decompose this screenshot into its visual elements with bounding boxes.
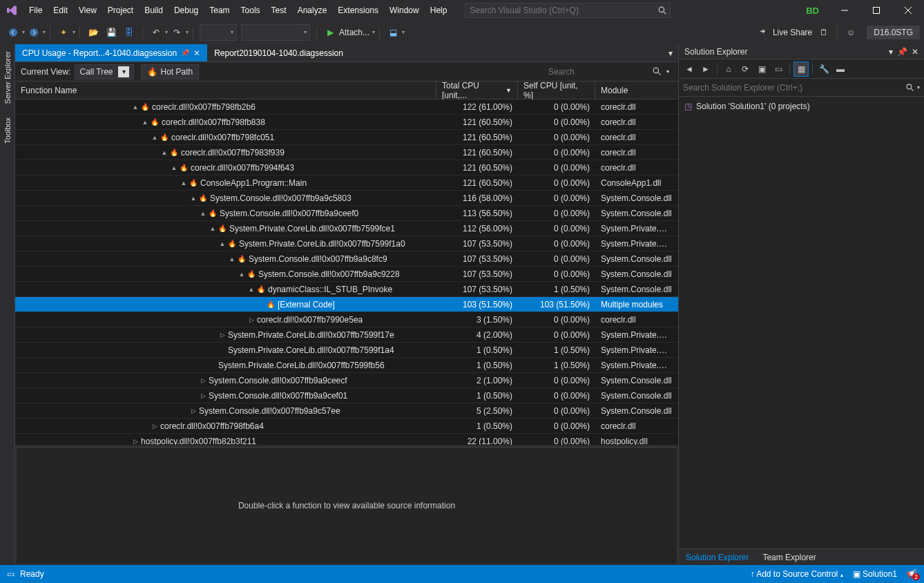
- menu-analyze[interactable]: Analyze: [292, 0, 333, 21]
- expand-icon[interactable]: ▷: [199, 392, 207, 399]
- search-icon[interactable]: [652, 67, 662, 76]
- menu-extensions[interactable]: Extensions: [332, 0, 384, 21]
- expand-icon[interactable]: ▲: [160, 149, 169, 156]
- feedback-icon[interactable]: 🗒: [816, 25, 831, 40]
- call-tree-row[interactable]: ▷hostpolicy.dll!0x007ffb82b3f21122 (11.0…: [15, 434, 678, 445]
- expand-icon[interactable]: ▲: [199, 210, 207, 217]
- redo-button[interactable]: ↷: [169, 25, 184, 40]
- expand-icon[interactable]: ▲: [209, 225, 217, 232]
- expand-icon[interactable]: ▷: [199, 377, 207, 384]
- notifications-button[interactable]: 📢 2: [907, 569, 917, 579]
- se-back-button[interactable]: ◄: [682, 61, 697, 77]
- tab-cpu-usage[interactable]: CPU Usage - Report...4-1040.diagsession …: [15, 44, 207, 61]
- call-tree-row[interactable]: ▷System.Private.CoreLib.dll!0x007ffb7599…: [15, 327, 678, 343]
- search-dropdown-icon[interactable]: ▾: [662, 68, 673, 75]
- current-view-dropdown[interactable]: Call Tree ▾: [75, 64, 134, 79]
- save-all-button[interactable]: 🗄: [122, 25, 137, 40]
- solution-node[interactable]: ◳ Solution 'Solution1' (0 projects): [684, 99, 918, 113]
- call-tree-row[interactable]: ▷System.Console.dll!0x007ffb9a9cef011 (0…: [15, 388, 678, 403]
- call-tree-row[interactable]: ▲🔥System.Console.dll!0x007ffb9a9ceef0113…: [15, 206, 678, 221]
- solution-status[interactable]: ▣ Solution1: [853, 569, 897, 579]
- call-tree-row[interactable]: ▲🔥coreclr.dll!0x007ffb7994f643121 (60.50…: [15, 160, 678, 175]
- nav-back-button[interactable]: [6, 25, 21, 40]
- expand-icon[interactable]: ▷: [247, 316, 256, 323]
- feedback-smile-icon[interactable]: ☺: [843, 25, 858, 40]
- search-icon[interactable]: [655, 6, 670, 15]
- function-search[interactable]: ▾: [548, 64, 673, 79]
- save-button[interactable]: 💾: [104, 25, 119, 40]
- live-share-label[interactable]: Live Share: [773, 28, 812, 37]
- panel-menu-icon[interactable]: ▾: [889, 47, 893, 57]
- menu-tools[interactable]: Tools: [235, 0, 266, 21]
- search-dropdown-icon[interactable]: ▾: [917, 84, 920, 90]
- user-badge[interactable]: BD: [796, 6, 829, 16]
- call-tree-row[interactable]: ▲🔥coreclr.dll!0x007ffb7983f939121 (60.50…: [15, 145, 678, 160]
- menu-file[interactable]: File: [23, 0, 48, 21]
- expand-icon[interactable]: ▲: [131, 104, 139, 111]
- toolbox-tab[interactable]: Toolbox: [3, 117, 12, 144]
- call-tree-row[interactable]: 🔥[External Code]103 (51.50%)103 (51.50%)…: [15, 297, 678, 312]
- undo-button[interactable]: ↶: [148, 25, 164, 40]
- quick-launch-input[interactable]: [465, 6, 655, 15]
- se-forward-button[interactable]: ►: [698, 61, 713, 77]
- expand-icon[interactable]: ▷: [151, 423, 159, 430]
- call-tree-row[interactable]: ▲🔥System.Private.CoreLib.dll!0x007ffb759…: [15, 221, 678, 236]
- close-icon[interactable]: ✕: [193, 48, 200, 58]
- call-tree-row[interactable]: ▲🔥coreclr.dll!0x007ffb798fc051121 (60.50…: [15, 130, 678, 145]
- se-search-input[interactable]: [683, 83, 906, 93]
- call-tree-row[interactable]: System.Private.CoreLib.dll!0x007ffb7599f…: [15, 343, 678, 358]
- menu-edit[interactable]: Edit: [48, 0, 73, 21]
- se-collapse-button[interactable]: ▭: [771, 61, 786, 77]
- col-total-cpu[interactable]: Total CPU [unit,...▼: [436, 82, 518, 99]
- expand-icon[interactable]: ▲: [247, 286, 256, 293]
- menu-debug[interactable]: Debug: [169, 0, 204, 21]
- se-home-button[interactable]: ⌂: [721, 61, 736, 77]
- expand-icon[interactable]: ▷: [131, 438, 139, 445]
- col-self-cpu[interactable]: Self CPU [unit, %]: [518, 82, 595, 99]
- start-debug-button[interactable]: ▶: [323, 25, 338, 40]
- col-function-name[interactable]: Function Name: [15, 82, 436, 99]
- expand-icon[interactable]: ▲: [228, 256, 236, 262]
- menu-project[interactable]: Project: [102, 0, 139, 21]
- add-source-control[interactable]: ↑ Add to Source Control ▴: [751, 569, 843, 579]
- panel-close-icon[interactable]: ✕: [912, 47, 918, 57]
- call-tree-row[interactable]: ▷System.Console.dll!0x007ffb9a9c57ee5 (2…: [15, 403, 678, 419]
- expand-icon[interactable]: ▲: [151, 134, 159, 141]
- server-explorer-tab[interactable]: Server Explorer: [3, 51, 12, 104]
- call-tree-row[interactable]: ▲🔥System.Console.dll!0x007ffb9a9c5803116…: [15, 191, 678, 206]
- call-tree-row[interactable]: ▲🔥System.Console.dll!0x007ffb9a9c8fc9107…: [15, 251, 678, 267]
- menu-view[interactable]: View: [73, 0, 102, 21]
- close-button[interactable]: [892, 0, 924, 21]
- menu-window[interactable]: Window: [384, 0, 425, 21]
- live-share-icon[interactable]: [753, 25, 769, 40]
- call-tree-row[interactable]: ▷System.Console.dll!0x007ffb9a9ceecf2 (1…: [15, 373, 678, 388]
- open-button[interactable]: 📂: [86, 25, 101, 40]
- solution-explorer-search[interactable]: ▾: [679, 79, 924, 97]
- call-tree-row[interactable]: ▲🔥coreclr.dll!0x007ffb798fb838121 (60.50…: [15, 115, 678, 130]
- expand-icon[interactable]: ▷: [218, 332, 227, 338]
- call-tree-row[interactable]: ▲🔥dynamicClass::IL_STUB_PInvoke107 (53.5…: [15, 282, 678, 297]
- se-filter-button[interactable]: ▣: [754, 61, 769, 77]
- se-show-all-button[interactable]: ▦: [793, 61, 809, 77]
- new-item-button[interactable]: ✦: [56, 25, 71, 40]
- expand-icon[interactable]: ▲: [180, 180, 188, 187]
- call-tree-row[interactable]: ▲🔥coreclr.dll!0x007ffb798fb2b6122 (61.00…: [15, 99, 678, 115]
- menu-test[interactable]: Test: [266, 0, 292, 21]
- nav-forward-button[interactable]: [26, 25, 41, 40]
- tab-overflow-button[interactable]: ▾: [663, 44, 678, 61]
- pin-icon[interactable]: 📌: [181, 49, 189, 57]
- maximize-button[interactable]: [860, 0, 892, 21]
- menu-build[interactable]: Build: [139, 0, 169, 21]
- se-preview-button[interactable]: ▬: [833, 61, 848, 77]
- call-tree-row[interactable]: ▲🔥ConsoleApp1.Program::Main121 (60.50%)0…: [15, 175, 678, 191]
- menu-help[interactable]: Help: [425, 0, 453, 21]
- call-tree-row[interactable]: System.Private.CoreLib.dll!0x007ffb7599f…: [15, 358, 678, 373]
- expand-icon[interactable]: ▲: [141, 119, 149, 126]
- hot-path-button[interactable]: 🔥 Hot Path: [141, 64, 199, 79]
- expand-icon[interactable]: ▲: [170, 164, 178, 171]
- quick-launch-search[interactable]: [465, 3, 671, 18]
- tab-solution-explorer[interactable]: Solution Explorer: [679, 549, 755, 565]
- call-tree-row[interactable]: ▷coreclr.dll!0x007ffb798fb6a41 (0.50%)0 …: [15, 419, 678, 434]
- expand-icon[interactable]: ▲: [218, 240, 227, 247]
- expand-icon[interactable]: ▲: [238, 271, 246, 278]
